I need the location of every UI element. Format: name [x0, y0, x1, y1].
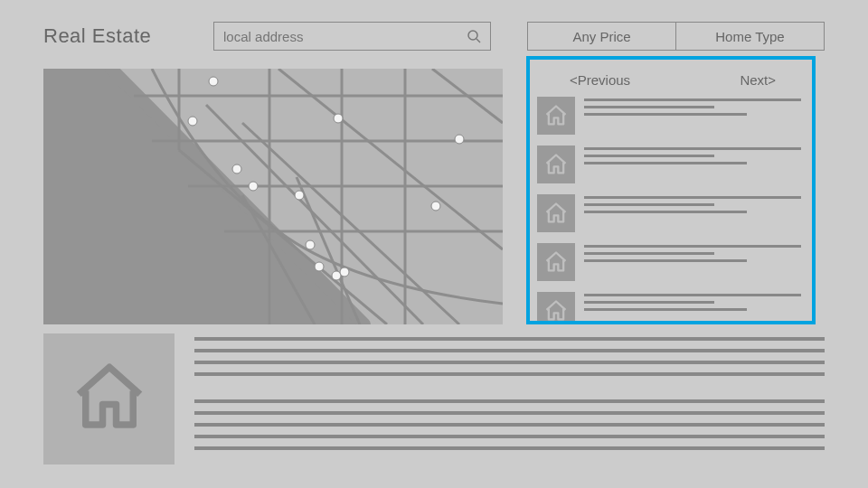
map-pin[interactable]: [295, 191, 304, 200]
filter-bar: Any Price Home Type: [527, 22, 825, 51]
list-item[interactable]: [537, 243, 801, 281]
map-pin[interactable]: [249, 182, 258, 191]
home-icon: [543, 201, 569, 226]
map-pin[interactable]: [455, 135, 464, 144]
search-icon: [467, 29, 481, 43]
svg-point-0: [468, 31, 477, 40]
map-pin[interactable]: [431, 202, 440, 211]
home-icon: [543, 249, 569, 275]
results-list: [537, 97, 801, 324]
list-item[interactable]: [537, 145, 801, 183]
next-button[interactable]: Next>: [740, 72, 776, 88]
result-thumbnail: [537, 292, 575, 324]
results-panel: <Previous Next>: [526, 56, 816, 324]
map-pin[interactable]: [315, 262, 324, 271]
type-filter-button[interactable]: Home Type: [675, 22, 825, 51]
map-pin[interactable]: [306, 240, 315, 249]
result-text: [584, 145, 801, 183]
map[interactable]: [43, 69, 503, 324]
search-input[interactable]: [223, 29, 467, 44]
result-thumbnail: [537, 194, 575, 232]
map-pin[interactable]: [334, 114, 343, 123]
search-box[interactable]: [213, 22, 491, 51]
result-thumbnail: [537, 97, 575, 135]
home-icon: [69, 357, 150, 442]
prev-button[interactable]: <Previous: [570, 72, 630, 88]
map-pin[interactable]: [232, 164, 241, 174]
result-text: [584, 194, 801, 232]
svg-line-1: [476, 39, 480, 42]
pagination: <Previous Next>: [537, 67, 801, 97]
detail-thumbnail: [43, 333, 175, 465]
result-text: [584, 292, 801, 324]
result-text: [584, 243, 801, 281]
home-icon: [543, 298, 569, 324]
result-text: [584, 97, 801, 135]
map-pin[interactable]: [332, 271, 341, 280]
detail-text: [194, 333, 825, 465]
map-pin[interactable]: [209, 77, 218, 86]
map-pin[interactable]: [340, 267, 349, 277]
home-icon: [543, 152, 569, 177]
list-item[interactable]: [537, 194, 801, 232]
result-thumbnail: [537, 243, 575, 281]
list-item[interactable]: [537, 292, 801, 324]
home-icon: [543, 103, 569, 128]
app-title: Real Estate: [43, 24, 177, 48]
price-filter-button[interactable]: Any Price: [527, 22, 676, 51]
header: Real Estate Any Price Home Type: [0, 0, 868, 51]
detail-section: [0, 324, 868, 465]
result-thumbnail: [537, 145, 575, 183]
list-item[interactable]: [537, 97, 801, 135]
map-pin[interactable]: [188, 117, 197, 126]
